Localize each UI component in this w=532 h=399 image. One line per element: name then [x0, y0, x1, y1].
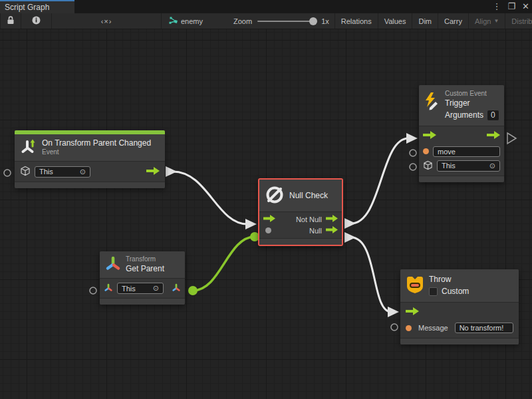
external-flow-triangle — [507, 133, 516, 144]
values-label: Values — [384, 17, 406, 25]
maximize-icon[interactable]: ❐ — [507, 0, 515, 13]
wire-end-arrow — [245, 219, 257, 229]
flow-output-arrow-icon[interactable] — [326, 215, 338, 223]
align-label: Align — [475, 17, 491, 25]
target-object-field[interactable]: This ⊙ — [117, 283, 164, 294]
carry-label: Carry — [444, 17, 462, 25]
custom-checkbox[interactable] — [429, 287, 438, 296]
graph-toolbar: ‹×› enemy Zoom 1x Relations Values Dim C… — [0, 13, 532, 29]
node-footer — [259, 238, 342, 245]
external-port-circle — [391, 324, 398, 331]
node-footer — [100, 298, 185, 305]
node-get-parent[interactable]: Transform Get Parent This ⊙ — [100, 251, 185, 305]
node-on-transform-parent-changed[interactable]: On Transform Parent Changed Event This ⊙ — [15, 130, 165, 188]
event-name-field[interactable]: move — [433, 146, 500, 157]
relations-label: Relations — [341, 17, 372, 25]
dim-button[interactable]: Dim — [412, 13, 438, 29]
values-button[interactable]: Values — [378, 13, 413, 29]
lock-icon — [7, 16, 15, 26]
graph-name: enemy — [181, 17, 203, 25]
wire-start-arrow — [344, 218, 356, 229]
code-icon: ‹×› — [101, 17, 112, 25]
zoom-label: Zoom — [233, 17, 252, 25]
zoom-value: 1x — [321, 17, 329, 25]
object-picker-icon[interactable]: ⊙ — [153, 284, 159, 293]
node-title: Null Check — [289, 191, 328, 200]
transform-icon — [105, 255, 121, 274]
message-field[interactable]: No transform! — [455, 323, 513, 333]
message-value: No transform! — [460, 324, 504, 332]
wire-value-dot — [188, 286, 198, 295]
node-title: Get Parent — [126, 264, 164, 274]
graph-reference[interactable]: enemy — [162, 13, 209, 29]
inspect-button[interactable] — [21, 13, 52, 29]
string-input-port[interactable] — [423, 148, 429, 154]
external-port-circle — [90, 287, 96, 294]
window-menu-icon[interactable]: ⋮ — [492, 0, 501, 13]
target-object-field[interactable]: This ⊙ — [437, 160, 500, 172]
arguments-count-field[interactable]: 0 — [487, 110, 499, 121]
object-picker-icon[interactable]: ⊙ — [80, 168, 86, 176]
string-input-port[interactable] — [406, 325, 412, 331]
port-null-label: Null — [309, 227, 322, 235]
wire-start-arrow — [344, 232, 356, 243]
code-preview-button[interactable]: ‹×› — [52, 13, 162, 29]
zoom-slider-handle[interactable] — [309, 17, 317, 25]
node-footer — [15, 182, 165, 188]
transform-output-port-icon[interactable] — [172, 283, 181, 294]
flow-input-arrow-icon[interactable] — [263, 215, 275, 223]
chevron-down-icon: ▼ — [493, 18, 499, 24]
transform-event-icon — [20, 138, 37, 157]
node-subtitle: Event — [42, 148, 151, 157]
zoom-slider[interactable] — [257, 21, 316, 22]
window-titlebar: Script Graph ⋮ ❐ ✕ — [0, 0, 532, 13]
object-picker-icon[interactable]: ⊙ — [489, 162, 495, 170]
node-footer — [400, 338, 519, 344]
throw-error-icon — [406, 275, 424, 296]
wire-start-arrow — [166, 166, 177, 177]
gameobject-cube-icon — [423, 160, 433, 172]
node-title: Trigger — [445, 98, 500, 108]
value-input-port[interactable] — [265, 227, 271, 233]
event-name-value: move — [438, 148, 456, 156]
zoom-control: Zoom 1x — [228, 13, 334, 29]
null-check-icon — [265, 185, 285, 206]
flow-input-arrow-icon[interactable] — [423, 131, 436, 140]
align-dropdown: Align ▼ — [469, 13, 505, 29]
node-trigger-custom-event[interactable]: Custom Event Trigger Arguments 0 move — [419, 85, 504, 182]
flow-output-arrow-icon[interactable] — [146, 167, 160, 176]
graph-canvas[interactable]: On Transform Parent Changed Event This ⊙ — [0, 29, 532, 399]
close-icon[interactable]: ✕ — [522, 0, 529, 13]
target-object-field[interactable]: This ⊙ — [35, 166, 90, 178]
message-label: Message — [418, 324, 448, 332]
tab-label: Script Graph — [5, 3, 49, 12]
wire-end-arrow — [406, 133, 418, 144]
wire-notnull-to-trigger — [351, 138, 408, 223]
target-object-value: This — [442, 162, 456, 170]
target-object-value: This — [39, 168, 53, 176]
relations-button[interactable]: Relations — [334, 13, 378, 29]
carry-button[interactable]: Carry — [438, 13, 469, 29]
flow-input-arrow-icon[interactable] — [406, 307, 419, 317]
node-footer — [419, 176, 504, 182]
arguments-label: Arguments — [445, 110, 483, 120]
node-throw[interactable]: Throw Custom Message No transform! — [400, 269, 519, 344]
port-not-null-label: Not Null — [296, 215, 322, 223]
node-null-check-selected[interactable]: Null Check Not Null Null — [258, 178, 343, 246]
lock-button[interactable] — [0, 13, 21, 29]
info-icon — [32, 16, 41, 26]
external-port-circle — [4, 170, 11, 176]
transform-port-icon[interactable] — [104, 283, 113, 294]
dim-label: Dim — [418, 17, 432, 25]
flow-output-arrow-icon[interactable] — [487, 131, 500, 140]
flow-output-arrow-icon[interactable] — [326, 226, 338, 235]
custom-event-icon — [423, 92, 440, 112]
node-title: Throw — [429, 275, 469, 285]
graph-icon — [168, 16, 178, 26]
distribute-label: Distribute — [511, 17, 532, 25]
external-port-circle — [410, 164, 416, 170]
node-subtitle: Transform — [126, 255, 164, 264]
tab-script-graph[interactable]: Script Graph — [0, 0, 74, 13]
node-title: On Transform Parent Changed — [42, 138, 151, 148]
external-port-circle — [410, 150, 416, 156]
